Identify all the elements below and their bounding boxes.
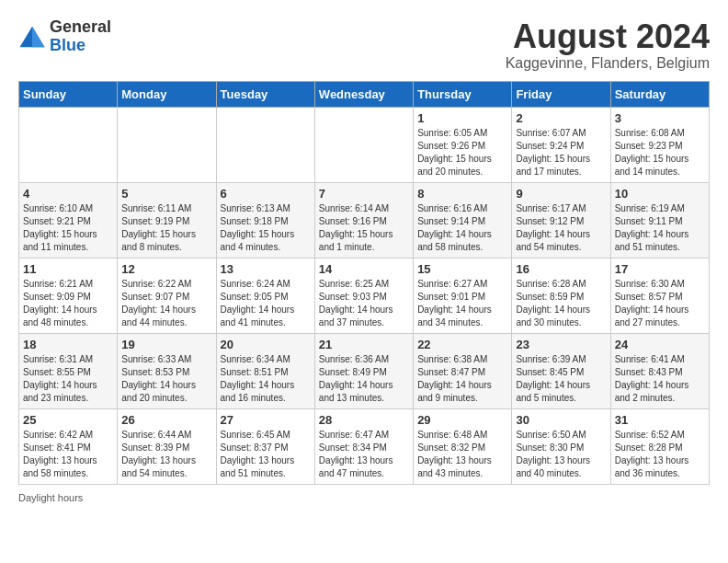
calendar-cell: 13Sunrise: 6:24 AM Sunset: 9:05 PM Dayli… <box>216 258 314 333</box>
day-detail: Sunrise: 6:13 AM Sunset: 9:18 PM Dayligh… <box>221 202 311 254</box>
calendar-cell <box>118 107 216 182</box>
calendar-cell: 7Sunrise: 6:14 AM Sunset: 9:16 PM Daylig… <box>314 182 413 258</box>
calendar-header-tuesday: Tuesday <box>216 81 314 107</box>
calendar-cell: 20Sunrise: 6:34 AM Sunset: 8:51 PM Dayli… <box>216 333 314 408</box>
calendar-cell: 31Sunrise: 6:52 AM Sunset: 8:28 PM Dayli… <box>610 408 709 484</box>
day-detail: Sunrise: 6:33 AM Sunset: 8:53 PM Dayligh… <box>121 353 211 405</box>
calendar-cell: 22Sunrise: 6:38 AM Sunset: 8:47 PM Dayli… <box>414 333 512 408</box>
calendar-header-saturday: Saturday <box>610 81 709 107</box>
day-number: 24 <box>615 338 705 351</box>
footer-note: Daylight hours <box>18 492 710 503</box>
day-detail: Sunrise: 6:34 AM Sunset: 8:51 PM Dayligh… <box>221 353 311 405</box>
day-number: 8 <box>417 187 507 201</box>
day-detail: Sunrise: 6:47 AM Sunset: 8:34 PM Dayligh… <box>319 429 409 480</box>
day-detail: Sunrise: 6:36 AM Sunset: 8:49 PM Dayligh… <box>319 353 409 405</box>
calendar-cell: 26Sunrise: 6:44 AM Sunset: 8:39 PM Dayli… <box>118 408 216 484</box>
day-detail: Sunrise: 6:11 AM Sunset: 9:19 PM Dayligh… <box>121 202 211 254</box>
calendar-cell: 19Sunrise: 6:33 AM Sunset: 8:53 PM Dayli… <box>118 333 216 408</box>
day-number: 19 <box>121 338 211 351</box>
calendar-cell: 1Sunrise: 6:05 AM Sunset: 9:26 PM Daylig… <box>414 107 512 182</box>
calendar-cell: 24Sunrise: 6:41 AM Sunset: 8:43 PM Dayli… <box>610 333 709 408</box>
day-number: 12 <box>121 262 211 276</box>
day-detail: Sunrise: 6:19 AM Sunset: 9:11 PM Dayligh… <box>615 202 705 254</box>
calendar-header-wednesday: Wednesday <box>314 81 413 107</box>
calendar-week-5: 25Sunrise: 6:42 AM Sunset: 8:41 PM Dayli… <box>19 408 710 484</box>
day-detail: Sunrise: 6:22 AM Sunset: 9:07 PM Dayligh… <box>121 278 211 329</box>
day-number: 29 <box>417 413 507 427</box>
calendar-week-4: 18Sunrise: 6:31 AM Sunset: 8:55 PM Dayli… <box>19 333 710 408</box>
calendar-cell: 4Sunrise: 6:10 AM Sunset: 9:21 PM Daylig… <box>19 182 118 258</box>
day-number: 5 <box>121 187 211 201</box>
day-detail: Sunrise: 6:30 AM Sunset: 8:57 PM Dayligh… <box>615 278 705 329</box>
day-detail: Sunrise: 6:24 AM Sunset: 9:05 PM Dayligh… <box>221 278 311 329</box>
day-detail: Sunrise: 6:48 AM Sunset: 8:32 PM Dayligh… <box>417 429 507 480</box>
day-number: 26 <box>121 413 211 427</box>
day-detail: Sunrise: 6:31 AM Sunset: 8:55 PM Dayligh… <box>23 353 113 405</box>
day-detail: Sunrise: 6:45 AM Sunset: 8:37 PM Dayligh… <box>221 429 311 480</box>
day-number: 17 <box>615 262 705 276</box>
day-number: 13 <box>221 262 311 276</box>
calendar-header-sunday: Sunday <box>19 81 118 107</box>
day-number: 16 <box>516 262 606 276</box>
calendar-cell: 18Sunrise: 6:31 AM Sunset: 8:55 PM Dayli… <box>19 333 118 408</box>
day-detail: Sunrise: 6:41 AM Sunset: 8:43 PM Dayligh… <box>615 353 705 405</box>
day-number: 2 <box>516 111 606 125</box>
calendar-header-row: SundayMondayTuesdayWednesdayThursdayFrid… <box>19 81 710 107</box>
calendar-cell <box>314 107 413 182</box>
calendar-cell: 27Sunrise: 6:45 AM Sunset: 8:37 PM Dayli… <box>216 408 314 484</box>
day-detail: Sunrise: 6:25 AM Sunset: 9:03 PM Dayligh… <box>319 278 409 329</box>
day-detail: Sunrise: 6:52 AM Sunset: 8:28 PM Dayligh… <box>615 429 705 480</box>
day-number: 25 <box>23 413 113 427</box>
calendar-cell: 8Sunrise: 6:16 AM Sunset: 9:14 PM Daylig… <box>414 182 512 258</box>
calendar-cell: 30Sunrise: 6:50 AM Sunset: 8:30 PM Dayli… <box>512 408 610 484</box>
day-detail: Sunrise: 6:14 AM Sunset: 9:16 PM Dayligh… <box>319 202 409 254</box>
calendar-week-2: 4Sunrise: 6:10 AM Sunset: 9:21 PM Daylig… <box>19 182 710 258</box>
day-detail: Sunrise: 6:05 AM Sunset: 9:26 PM Dayligh… <box>417 127 507 178</box>
logo-blue: Blue <box>50 37 111 55</box>
calendar-cell: 21Sunrise: 6:36 AM Sunset: 8:49 PM Dayli… <box>314 333 413 408</box>
calendar-cell <box>216 107 314 182</box>
day-number: 28 <box>319 413 409 427</box>
day-detail: Sunrise: 6:08 AM Sunset: 9:23 PM Dayligh… <box>615 127 705 178</box>
calendar-cell: 14Sunrise: 6:25 AM Sunset: 9:03 PM Dayli… <box>314 258 413 333</box>
calendar-cell: 2Sunrise: 6:07 AM Sunset: 9:24 PM Daylig… <box>512 107 610 182</box>
calendar-cell: 6Sunrise: 6:13 AM Sunset: 9:18 PM Daylig… <box>216 182 314 258</box>
calendar-cell: 28Sunrise: 6:47 AM Sunset: 8:34 PM Dayli… <box>314 408 413 484</box>
day-number: 11 <box>23 262 113 276</box>
day-detail: Sunrise: 6:38 AM Sunset: 8:47 PM Dayligh… <box>417 353 507 405</box>
day-detail: Sunrise: 6:39 AM Sunset: 8:45 PM Dayligh… <box>516 353 606 405</box>
day-number: 1 <box>417 111 507 125</box>
day-detail: Sunrise: 6:21 AM Sunset: 9:09 PM Dayligh… <box>23 278 113 329</box>
calendar-cell: 10Sunrise: 6:19 AM Sunset: 9:11 PM Dayli… <box>610 182 709 258</box>
calendar-cell: 15Sunrise: 6:27 AM Sunset: 9:01 PM Dayli… <box>414 258 512 333</box>
logo-general: General <box>50 18 111 37</box>
day-number: 23 <box>516 338 606 351</box>
calendar-cell: 25Sunrise: 6:42 AM Sunset: 8:41 PM Dayli… <box>19 408 118 484</box>
calendar-header-monday: Monday <box>118 81 216 107</box>
svg-marker-1 <box>32 27 45 48</box>
day-detail: Sunrise: 6:44 AM Sunset: 8:39 PM Dayligh… <box>121 429 211 480</box>
calendar-header-friday: Friday <box>512 81 610 107</box>
day-number: 27 <box>221 413 311 427</box>
calendar-cell: 9Sunrise: 6:17 AM Sunset: 9:12 PM Daylig… <box>512 182 610 258</box>
day-number: 3 <box>615 111 705 125</box>
header: General Blue August 2024 Kaggevinne, Fla… <box>18 18 710 72</box>
day-number: 10 <box>615 187 705 201</box>
day-number: 4 <box>23 187 113 201</box>
day-detail: Sunrise: 6:42 AM Sunset: 8:41 PM Dayligh… <box>23 429 113 480</box>
calendar-cell: 29Sunrise: 6:48 AM Sunset: 8:32 PM Dayli… <box>414 408 512 484</box>
day-number: 31 <box>615 413 705 427</box>
calendar-cell: 23Sunrise: 6:39 AM Sunset: 8:45 PM Dayli… <box>512 333 610 408</box>
title-block: August 2024 Kaggevinne, Flanders, Belgiu… <box>506 18 710 72</box>
calendar-cell: 16Sunrise: 6:28 AM Sunset: 8:59 PM Dayli… <box>512 258 610 333</box>
day-detail: Sunrise: 6:16 AM Sunset: 9:14 PM Dayligh… <box>417 202 507 254</box>
month-title: August 2024 <box>506 18 710 55</box>
day-detail: Sunrise: 6:07 AM Sunset: 9:24 PM Dayligh… <box>516 127 606 178</box>
calendar-cell: 11Sunrise: 6:21 AM Sunset: 9:09 PM Dayli… <box>19 258 118 333</box>
logo-icon <box>18 23 46 51</box>
day-detail: Sunrise: 6:10 AM Sunset: 9:21 PM Dayligh… <box>23 202 113 254</box>
day-detail: Sunrise: 6:17 AM Sunset: 9:12 PM Dayligh… <box>516 202 606 254</box>
calendar-header-thursday: Thursday <box>414 81 512 107</box>
calendar-week-1: 1Sunrise: 6:05 AM Sunset: 9:26 PM Daylig… <box>19 107 710 182</box>
location-title: Kaggevinne, Flanders, Belgium <box>506 55 710 72</box>
